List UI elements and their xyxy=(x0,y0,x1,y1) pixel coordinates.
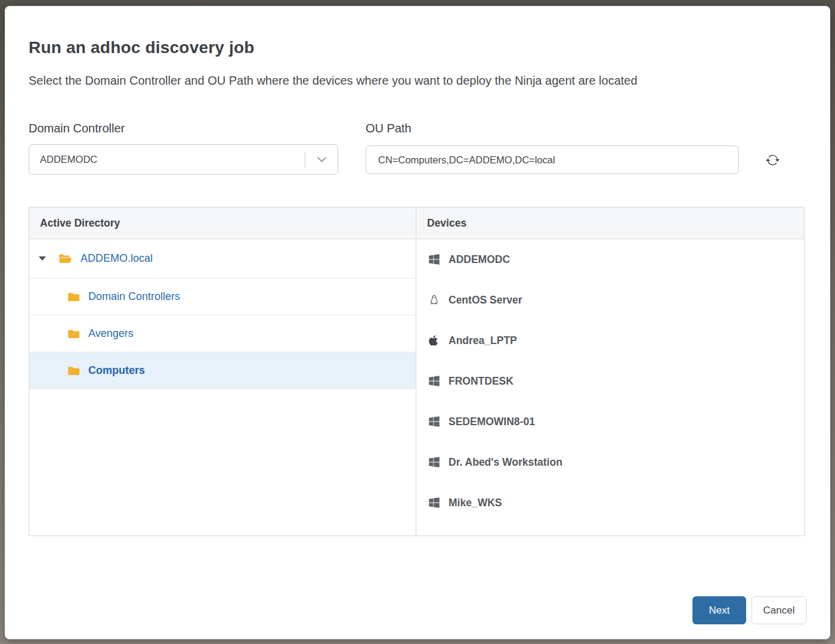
chevron-down-icon[interactable] xyxy=(305,157,338,163)
ad-tree-body: ADDEMO.local Domain Controllers Avengers… xyxy=(29,239,416,389)
folder-closed-icon xyxy=(68,329,80,339)
windows-icon xyxy=(428,456,443,468)
device-row-dr-abed-s-workstation: Dr. Abed's Workstation xyxy=(416,442,804,482)
windows-icon xyxy=(428,497,443,509)
caret-down-icon[interactable] xyxy=(39,256,46,261)
device-row-centos-server: CentOS Server xyxy=(416,280,804,320)
device-row-andrea-lptp: Andrea_LPTP xyxy=(416,320,804,361)
device-name: SEDEMOWIN8-01 xyxy=(449,416,535,428)
tree-item-avengers[interactable]: Avengers xyxy=(29,315,416,352)
tree-item-label: ADDEMO.local xyxy=(81,252,153,265)
tree-item-label: Avengers xyxy=(88,327,134,340)
device-row-frontdesk: FRONTDESK xyxy=(416,361,804,401)
modal-title: Run an adhoc discovery job xyxy=(29,38,255,57)
devices-header: Devices xyxy=(416,208,804,239)
apple-icon xyxy=(428,335,443,346)
active-directory-pane: Active Directory ADDEMO.local Domain Con… xyxy=(29,208,416,535)
windows-icon xyxy=(428,416,443,428)
page-background: { "modal": { "title": "Run an adhoc disc… xyxy=(0,0,835,644)
tree-item-domain-controllers[interactable]: Domain Controllers xyxy=(29,278,416,315)
tree-item-label: Computers xyxy=(88,364,145,377)
device-name: ADDEMODC xyxy=(449,253,510,266)
tree-item-computers[interactable]: Computers xyxy=(29,352,416,389)
cancel-button[interactable]: Cancel xyxy=(752,596,806,624)
ou-path-input[interactable] xyxy=(366,145,739,174)
ou-path-label: OU Path xyxy=(366,122,412,135)
linux-icon xyxy=(428,294,443,306)
active-directory-header: Active Directory xyxy=(29,208,416,239)
windows-icon xyxy=(428,375,443,387)
domain-controller-value: ADDEMODC xyxy=(29,154,305,165)
directory-devices-table: Active Directory ADDEMO.local Domain Con… xyxy=(29,207,805,536)
device-name: Dr. Abed's Workstation xyxy=(449,456,562,469)
domain-controller-label: Domain Controller xyxy=(29,122,125,135)
tree-item-addemo-local[interactable]: ADDEMO.local xyxy=(29,239,416,278)
device-name: CentOS Server xyxy=(449,294,522,306)
device-name: Mike_WKS xyxy=(449,497,502,509)
device-row-mike-wks: Mike_WKS xyxy=(416,482,804,523)
adhoc-discovery-modal: Run an adhoc discovery job Select the Do… xyxy=(5,6,830,639)
domain-controller-select[interactable]: ADDEMODC xyxy=(29,144,338,175)
next-button[interactable]: Next xyxy=(692,596,746,624)
folder-closed-icon xyxy=(68,292,80,302)
device-row-sedemowin8-01: SEDEMOWIN8-01 xyxy=(416,401,804,442)
tree-item-label: Domain Controllers xyxy=(88,290,180,303)
folder-open-icon xyxy=(58,253,72,264)
device-row-addemodc: ADDEMODC xyxy=(416,239,804,280)
device-name: Andrea_LPTP xyxy=(449,335,517,347)
windows-icon xyxy=(428,253,443,265)
modal-subtitle: Select the Domain Controller and OU Path… xyxy=(29,74,638,88)
device-name: FRONTDESK xyxy=(449,375,514,388)
devices-list-body: ADDEMODC CentOS Server Andrea_LPTP FRONT… xyxy=(416,239,804,523)
devices-pane: Devices ADDEMODC CentOS Server Andrea_LP… xyxy=(416,208,804,535)
modal-footer: Next Cancel xyxy=(692,596,806,624)
refresh-icon[interactable] xyxy=(763,151,781,169)
folder-closed-icon xyxy=(68,366,80,376)
